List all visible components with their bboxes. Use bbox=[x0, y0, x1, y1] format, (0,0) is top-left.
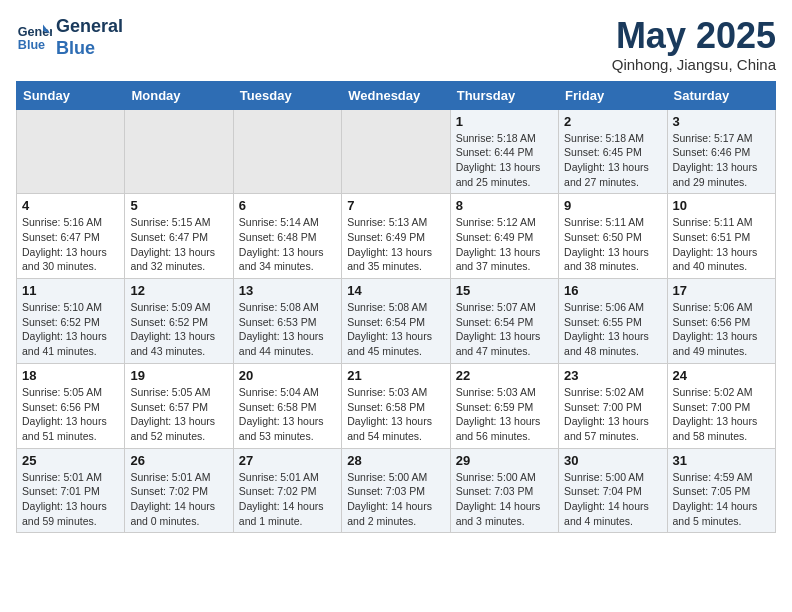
calendar-cell: 25Sunrise: 5:01 AMSunset: 7:01 PMDayligh… bbox=[17, 448, 125, 533]
calendar-cell: 12Sunrise: 5:09 AMSunset: 6:52 PMDayligh… bbox=[125, 279, 233, 364]
calendar-cell: 19Sunrise: 5:05 AMSunset: 6:57 PMDayligh… bbox=[125, 363, 233, 448]
calendar-cell: 30Sunrise: 5:00 AMSunset: 7:04 PMDayligh… bbox=[559, 448, 667, 533]
day-info: Sunrise: 5:01 AMSunset: 7:02 PMDaylight:… bbox=[130, 470, 227, 529]
calendar-week-5: 25Sunrise: 5:01 AMSunset: 7:01 PMDayligh… bbox=[17, 448, 776, 533]
day-number: 10 bbox=[673, 198, 770, 213]
calendar-cell: 6Sunrise: 5:14 AMSunset: 6:48 PMDaylight… bbox=[233, 194, 341, 279]
day-info: Sunrise: 5:11 AMSunset: 6:50 PMDaylight:… bbox=[564, 215, 661, 274]
calendar-cell: 1Sunrise: 5:18 AMSunset: 6:44 PMDaylight… bbox=[450, 109, 558, 194]
calendar-cell: 15Sunrise: 5:07 AMSunset: 6:54 PMDayligh… bbox=[450, 279, 558, 364]
calendar-cell: 23Sunrise: 5:02 AMSunset: 7:00 PMDayligh… bbox=[559, 363, 667, 448]
day-number: 1 bbox=[456, 114, 553, 129]
day-header-wednesday: Wednesday bbox=[342, 81, 450, 109]
calendar-cell: 11Sunrise: 5:10 AMSunset: 6:52 PMDayligh… bbox=[17, 279, 125, 364]
calendar-week-2: 4Sunrise: 5:16 AMSunset: 6:47 PMDaylight… bbox=[17, 194, 776, 279]
day-number: 23 bbox=[564, 368, 661, 383]
calendar-cell: 4Sunrise: 5:16 AMSunset: 6:47 PMDaylight… bbox=[17, 194, 125, 279]
day-info: Sunrise: 5:17 AMSunset: 6:46 PMDaylight:… bbox=[673, 131, 770, 190]
day-number: 12 bbox=[130, 283, 227, 298]
day-info: Sunrise: 5:02 AMSunset: 7:00 PMDaylight:… bbox=[564, 385, 661, 444]
day-number: 16 bbox=[564, 283, 661, 298]
day-number: 19 bbox=[130, 368, 227, 383]
day-info: Sunrise: 4:59 AMSunset: 7:05 PMDaylight:… bbox=[673, 470, 770, 529]
day-number: 28 bbox=[347, 453, 444, 468]
logo-text-blue: Blue bbox=[56, 38, 123, 60]
calendar-week-1: 1Sunrise: 5:18 AMSunset: 6:44 PMDaylight… bbox=[17, 109, 776, 194]
day-number: 8 bbox=[456, 198, 553, 213]
day-number: 7 bbox=[347, 198, 444, 213]
day-number: 15 bbox=[456, 283, 553, 298]
day-number: 9 bbox=[564, 198, 661, 213]
day-info: Sunrise: 5:16 AMSunset: 6:47 PMDaylight:… bbox=[22, 215, 119, 274]
day-info: Sunrise: 5:00 AMSunset: 7:03 PMDaylight:… bbox=[347, 470, 444, 529]
logo-text-general: General bbox=[56, 16, 123, 38]
day-number: 22 bbox=[456, 368, 553, 383]
day-info: Sunrise: 5:12 AMSunset: 6:49 PMDaylight:… bbox=[456, 215, 553, 274]
day-number: 29 bbox=[456, 453, 553, 468]
day-header-thursday: Thursday bbox=[450, 81, 558, 109]
day-number: 4 bbox=[22, 198, 119, 213]
day-info: Sunrise: 5:18 AMSunset: 6:44 PMDaylight:… bbox=[456, 131, 553, 190]
calendar-cell: 10Sunrise: 5:11 AMSunset: 6:51 PMDayligh… bbox=[667, 194, 775, 279]
day-info: Sunrise: 5:01 AMSunset: 7:01 PMDaylight:… bbox=[22, 470, 119, 529]
calendar-cell bbox=[233, 109, 341, 194]
calendar-cell: 24Sunrise: 5:02 AMSunset: 7:00 PMDayligh… bbox=[667, 363, 775, 448]
calendar-week-4: 18Sunrise: 5:05 AMSunset: 6:56 PMDayligh… bbox=[17, 363, 776, 448]
day-info: Sunrise: 5:04 AMSunset: 6:58 PMDaylight:… bbox=[239, 385, 336, 444]
day-info: Sunrise: 5:07 AMSunset: 6:54 PMDaylight:… bbox=[456, 300, 553, 359]
calendar-table: SundayMondayTuesdayWednesdayThursdayFrid… bbox=[16, 81, 776, 534]
day-info: Sunrise: 5:06 AMSunset: 6:56 PMDaylight:… bbox=[673, 300, 770, 359]
calendar-cell: 28Sunrise: 5:00 AMSunset: 7:03 PMDayligh… bbox=[342, 448, 450, 533]
calendar-cell: 31Sunrise: 4:59 AMSunset: 7:05 PMDayligh… bbox=[667, 448, 775, 533]
calendar-cell bbox=[17, 109, 125, 194]
day-info: Sunrise: 5:09 AMSunset: 6:52 PMDaylight:… bbox=[130, 300, 227, 359]
day-header-saturday: Saturday bbox=[667, 81, 775, 109]
day-number: 20 bbox=[239, 368, 336, 383]
day-info: Sunrise: 5:00 AMSunset: 7:03 PMDaylight:… bbox=[456, 470, 553, 529]
calendar-cell: 27Sunrise: 5:01 AMSunset: 7:02 PMDayligh… bbox=[233, 448, 341, 533]
calendar-cell: 13Sunrise: 5:08 AMSunset: 6:53 PMDayligh… bbox=[233, 279, 341, 364]
day-info: Sunrise: 5:03 AMSunset: 6:58 PMDaylight:… bbox=[347, 385, 444, 444]
day-number: 14 bbox=[347, 283, 444, 298]
day-number: 25 bbox=[22, 453, 119, 468]
day-number: 18 bbox=[22, 368, 119, 383]
day-header-sunday: Sunday bbox=[17, 81, 125, 109]
day-number: 2 bbox=[564, 114, 661, 129]
day-number: 6 bbox=[239, 198, 336, 213]
calendar-header-row: SundayMondayTuesdayWednesdayThursdayFrid… bbox=[17, 81, 776, 109]
calendar-cell: 2Sunrise: 5:18 AMSunset: 6:45 PMDaylight… bbox=[559, 109, 667, 194]
calendar-cell: 29Sunrise: 5:00 AMSunset: 7:03 PMDayligh… bbox=[450, 448, 558, 533]
day-header-tuesday: Tuesday bbox=[233, 81, 341, 109]
day-info: Sunrise: 5:00 AMSunset: 7:04 PMDaylight:… bbox=[564, 470, 661, 529]
day-info: Sunrise: 5:03 AMSunset: 6:59 PMDaylight:… bbox=[456, 385, 553, 444]
day-header-friday: Friday bbox=[559, 81, 667, 109]
calendar-cell: 14Sunrise: 5:08 AMSunset: 6:54 PMDayligh… bbox=[342, 279, 450, 364]
calendar-cell: 22Sunrise: 5:03 AMSunset: 6:59 PMDayligh… bbox=[450, 363, 558, 448]
title-block: May 2025 Qinhong, Jiangsu, China bbox=[612, 16, 776, 73]
day-number: 13 bbox=[239, 283, 336, 298]
day-info: Sunrise: 5:14 AMSunset: 6:48 PMDaylight:… bbox=[239, 215, 336, 274]
calendar-subtitle: Qinhong, Jiangsu, China bbox=[612, 56, 776, 73]
logo-icon: General Blue bbox=[16, 20, 52, 56]
day-info: Sunrise: 5:11 AMSunset: 6:51 PMDaylight:… bbox=[673, 215, 770, 274]
day-info: Sunrise: 5:10 AMSunset: 6:52 PMDaylight:… bbox=[22, 300, 119, 359]
day-number: 30 bbox=[564, 453, 661, 468]
calendar-week-3: 11Sunrise: 5:10 AMSunset: 6:52 PMDayligh… bbox=[17, 279, 776, 364]
day-number: 21 bbox=[347, 368, 444, 383]
day-header-monday: Monday bbox=[125, 81, 233, 109]
calendar-cell: 26Sunrise: 5:01 AMSunset: 7:02 PMDayligh… bbox=[125, 448, 233, 533]
day-info: Sunrise: 5:06 AMSunset: 6:55 PMDaylight:… bbox=[564, 300, 661, 359]
day-number: 3 bbox=[673, 114, 770, 129]
calendar-cell: 20Sunrise: 5:04 AMSunset: 6:58 PMDayligh… bbox=[233, 363, 341, 448]
calendar-cell: 16Sunrise: 5:06 AMSunset: 6:55 PMDayligh… bbox=[559, 279, 667, 364]
day-info: Sunrise: 5:13 AMSunset: 6:49 PMDaylight:… bbox=[347, 215, 444, 274]
day-number: 31 bbox=[673, 453, 770, 468]
calendar-cell: 8Sunrise: 5:12 AMSunset: 6:49 PMDaylight… bbox=[450, 194, 558, 279]
calendar-cell: 9Sunrise: 5:11 AMSunset: 6:50 PMDaylight… bbox=[559, 194, 667, 279]
calendar-cell: 17Sunrise: 5:06 AMSunset: 6:56 PMDayligh… bbox=[667, 279, 775, 364]
day-info: Sunrise: 5:15 AMSunset: 6:47 PMDaylight:… bbox=[130, 215, 227, 274]
calendar-cell: 5Sunrise: 5:15 AMSunset: 6:47 PMDaylight… bbox=[125, 194, 233, 279]
calendar-cell: 18Sunrise: 5:05 AMSunset: 6:56 PMDayligh… bbox=[17, 363, 125, 448]
calendar-cell: 21Sunrise: 5:03 AMSunset: 6:58 PMDayligh… bbox=[342, 363, 450, 448]
calendar-cell: 7Sunrise: 5:13 AMSunset: 6:49 PMDaylight… bbox=[342, 194, 450, 279]
